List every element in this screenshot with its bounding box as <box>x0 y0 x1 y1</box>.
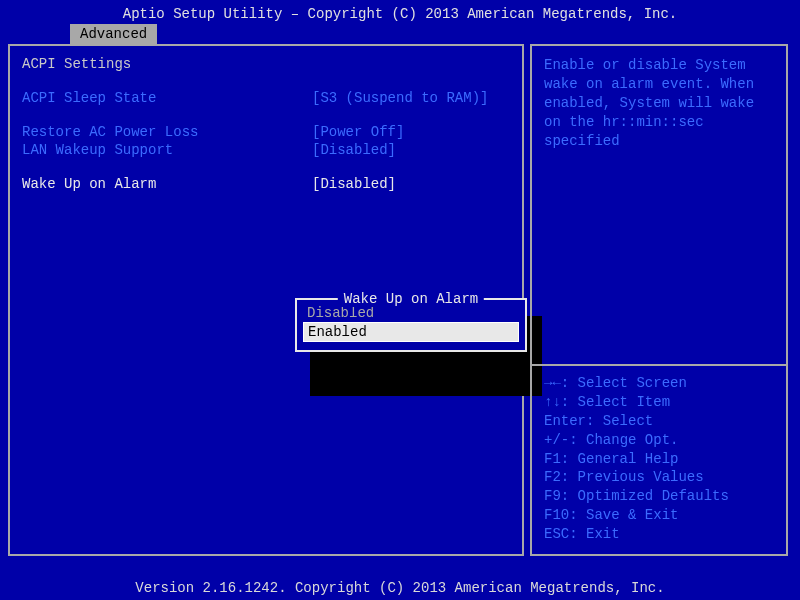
legend-text: : General Help <box>561 451 679 467</box>
setting-value: [Disabled] <box>312 142 396 158</box>
setting-value: [Disabled] <box>312 176 396 192</box>
popup-option-enabled[interactable]: Enabled <box>303 322 519 342</box>
setting-label: LAN Wakeup Support <box>22 142 312 158</box>
popup-title: Wake Up on Alarm <box>338 291 484 307</box>
tab-advanced[interactable]: Advanced <box>70 24 157 44</box>
setting-value: [S3 (Suspend to RAM)] <box>312 90 488 106</box>
legend-text: : Save & Exit <box>569 507 678 523</box>
legend-f2: F2: Previous Values <box>544 468 774 487</box>
key-f9-icon: F9 <box>544 487 561 506</box>
legend-text: : Select Item <box>561 394 670 410</box>
setting-lan-wakeup-support[interactable]: LAN Wakeup Support [Disabled] <box>22 142 510 158</box>
setting-label: ACPI Sleep State <box>22 90 312 106</box>
spacer <box>544 150 774 354</box>
legend-text: : Change Opt. <box>569 432 678 448</box>
legend-text: : Previous Values <box>561 469 704 485</box>
legend-select-screen: →←: Select Screen <box>544 374 774 393</box>
spacer <box>22 160 510 176</box>
setting-wake-up-on-alarm[interactable]: Wake Up on Alarm [Disabled] <box>22 176 510 192</box>
legend-f1: F1: General Help <box>544 450 774 469</box>
legend-select-item: ↑↓: Select Item <box>544 393 774 412</box>
legend-text: : Select <box>586 413 653 429</box>
setting-restore-ac-power-loss[interactable]: Restore AC Power Loss [Power Off] <box>22 124 510 140</box>
key-esc-icon: ESC <box>544 525 569 544</box>
setting-label: Wake Up on Alarm <box>22 176 312 192</box>
option-popup: Wake Up on Alarm Disabled Enabled <box>295 298 527 352</box>
panels: ACPI Settings ACPI Sleep State [S3 (Susp… <box>0 44 800 556</box>
legend-f10: F10: Save & Exit <box>544 506 774 525</box>
title-bar: Aptio Setup Utility – Copyright (C) 2013… <box>0 0 800 24</box>
key-f2-icon: F2 <box>544 468 561 487</box>
arrows-ud-icon: ↑↓ <box>544 393 561 412</box>
help-panel: Enable or disable System wake on alarm e… <box>530 44 788 556</box>
help-text: Enable or disable System wake on alarm e… <box>544 56 774 150</box>
key-f1-icon: F1 <box>544 450 561 469</box>
legend-f9: F9: Optimized Defaults <box>544 487 774 506</box>
setting-acpi-sleep-state[interactable]: ACPI Sleep State [S3 (Suspend to RAM)] <box>22 90 510 106</box>
footer: Version 2.16.1242. Copyright (C) 2013 Am… <box>0 580 800 596</box>
key-plusminus-icon: +/- <box>544 431 569 450</box>
settings-panel: ACPI Settings ACPI Sleep State [S3 (Susp… <box>8 44 524 556</box>
legend-divider <box>532 364 786 366</box>
arrows-lr-icon: →← <box>544 374 561 393</box>
spacer <box>22 108 510 124</box>
legend-change-opt: +/-: Change Opt. <box>544 431 774 450</box>
key-enter-icon: Enter <box>544 412 586 431</box>
setting-value: [Power Off] <box>312 124 404 140</box>
key-f10-icon: F10 <box>544 506 569 525</box>
legend: →←: Select Screen ↑↓: Select Item Enter:… <box>544 374 774 544</box>
tab-row: Advanced <box>70 24 800 44</box>
app-title: Aptio Setup Utility – Copyright (C) 2013… <box>123 6 678 22</box>
legend-text: : Exit <box>569 526 619 542</box>
setting-label: Restore AC Power Loss <box>22 124 312 140</box>
legend-enter: Enter: Select <box>544 412 774 431</box>
section-title: ACPI Settings <box>22 56 510 72</box>
legend-text: : Select Screen <box>561 375 687 391</box>
footer-text: Version 2.16.1242. Copyright (C) 2013 Am… <box>135 580 664 596</box>
legend-esc: ESC: Exit <box>544 525 774 544</box>
legend-text: : Optimized Defaults <box>561 488 729 504</box>
